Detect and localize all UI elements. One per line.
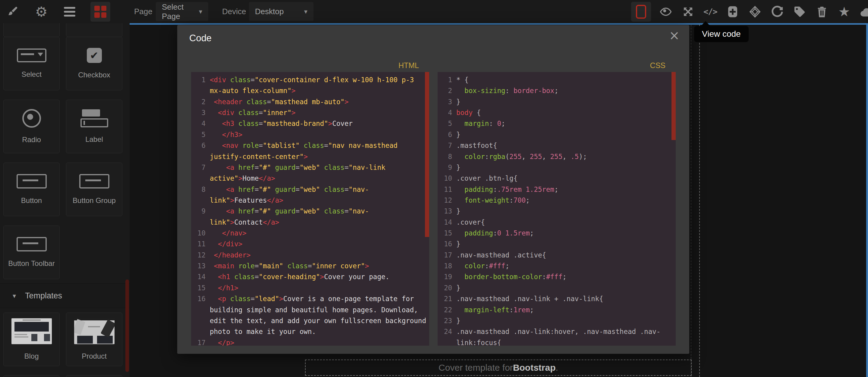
code-line: photo to make it your own. (193, 326, 429, 337)
fullscreen-icon[interactable] (681, 2, 695, 22)
brush-icon[interactable] (5, 2, 21, 22)
box-icon[interactable] (747, 2, 763, 22)
section-collapse-caret-icon: ▾ (13, 292, 16, 300)
device-label: Device (222, 0, 246, 23)
block-label: Button (21, 196, 42, 205)
block-card-partial[interactable] (66, 23, 122, 37)
block-card-button-group[interactable]: Button Group (66, 163, 122, 216)
import-icon[interactable] (725, 2, 740, 22)
code-line: 7.mastfoot{ (440, 140, 676, 151)
line-number: 18 (440, 261, 452, 271)
menu-icon[interactable] (62, 2, 77, 22)
block-card-product[interactable]: Product (66, 313, 122, 366)
css-panel: CSS1* {2 box-sizing: border-box;3}4body … (438, 61, 676, 346)
line-number: 11 (440, 184, 452, 195)
line-number: 21 (440, 293, 452, 304)
checkbox-icon (87, 48, 102, 63)
code-line: 2 box-sizing: border-box; (440, 85, 676, 96)
device-select-dropdown[interactable]: Desktop ▾ (249, 2, 313, 21)
page-select-dropdown[interactable]: Select Page ▾ (156, 2, 208, 21)
borders-toggle-icon[interactable] (631, 2, 651, 22)
trash-icon[interactable] (814, 2, 830, 22)
line-number: 3 (193, 107, 206, 118)
code-line: 2 <header class="masthead mb-auto"> (193, 96, 429, 107)
block-card-partial[interactable] (3, 23, 60, 37)
line-number: 1 (440, 74, 452, 85)
block-card-checkbox[interactable]: Checkbox (66, 37, 122, 90)
code-line: 9} (440, 162, 676, 173)
block-card-label[interactable]: Label (66, 100, 122, 153)
css-scrollbar-thumb[interactable] (672, 72, 676, 140)
gear-icon-glyph: ⚙ (35, 5, 47, 19)
css-panel-label: CSS (438, 61, 676, 72)
block-card-button[interactable]: Button (3, 163, 60, 216)
html-code-editor[interactable]: 1<div class="cover-container d-flex w-10… (191, 72, 429, 346)
canvas-highlight-top-border (130, 23, 866, 25)
line-number (193, 85, 206, 96)
code-line: 16} (440, 238, 676, 249)
blocks-grid: SelectCheckboxRadioLabelButtonButton Gro… (0, 37, 130, 279)
star-icon[interactable]: ★ (837, 2, 852, 22)
block-card-partial[interactable] (66, 375, 122, 377)
sidebar-scrollbar-thumb[interactable] (125, 279, 129, 372)
clear-rotate-icon[interactable] (770, 2, 785, 22)
line-number: 10 (193, 228, 206, 238)
block-label: Product (82, 352, 107, 361)
code-line: 3} (440, 96, 676, 107)
line-number: 17 (440, 250, 452, 261)
code-line: 18 color:#fff; (440, 261, 676, 271)
red-outline-square (636, 5, 646, 19)
component-dashed-border (691, 25, 691, 377)
code-line: 3 <div class="inner"> (193, 107, 429, 118)
line-number: 23 (440, 315, 452, 326)
view-code-icon[interactable]: </> (703, 2, 718, 22)
close-icon[interactable]: × (669, 29, 680, 42)
toolbar-left-icons: ⚙ (5, 0, 110, 23)
block-card-select[interactable]: Select (3, 37, 60, 90)
block-card-radio[interactable]: Radio (3, 100, 60, 153)
preview-eye-icon[interactable] (658, 2, 673, 22)
cloud-icon[interactable] (859, 2, 868, 22)
radio-icon (22, 109, 41, 128)
line-number: 7 (193, 162, 206, 173)
line-number: 9 (440, 162, 452, 173)
code-line: link:focus{ (440, 337, 676, 346)
line-number: 20 (440, 282, 452, 293)
line-number: 9 (193, 206, 206, 216)
line-number (193, 217, 206, 228)
code-line: 14.cover{ (440, 217, 676, 228)
block-card-button-toolbar[interactable]: Button Toolbar (3, 226, 60, 279)
line-number (193, 151, 206, 162)
block-card-blog[interactable]: Blog (3, 313, 60, 366)
html-scrollbar-thumb[interactable] (425, 72, 429, 237)
code-line: justify-content-center"> (193, 151, 429, 162)
line-number: 22 (440, 304, 452, 315)
code-line: 12 font-weight:700; (440, 195, 676, 206)
css-code-editor[interactable]: 1* {2 box-sizing: border-box;3}4body {5 … (438, 72, 676, 346)
toolbar-right-icons: </>★ (631, 0, 868, 23)
code-line: 11 padding:.75rem 1.25rem; (440, 184, 676, 195)
code-line: 4body { (440, 107, 676, 118)
code-line: link">Features</a> (193, 195, 429, 206)
block-label: Blog (24, 352, 38, 361)
line-number: 13 (440, 206, 452, 216)
templates-section-header[interactable]: ▾ Templates (0, 283, 130, 308)
line-number: 11 (193, 238, 206, 249)
tag-icon[interactable] (792, 2, 807, 22)
gear-icon[interactable]: ⚙ (34, 2, 49, 22)
line-number (440, 337, 452, 346)
line-number: 15 (193, 282, 206, 293)
code-line: 10.cover .btn-lg{ (440, 173, 676, 184)
star-icon-glyph: ★ (838, 5, 850, 19)
open-blocks-icon[interactable] (90, 2, 110, 22)
chevron-down-icon: ▾ (199, 8, 202, 15)
line-number: 8 (193, 184, 206, 195)
code-line: 8 color:rgba(255, 255, 255, .5); (440, 151, 676, 162)
block-card-partial[interactable] (3, 375, 60, 377)
page-label: Page (134, 0, 153, 23)
line-number: 10 (440, 173, 452, 184)
line-number (193, 326, 206, 337)
cover-template-element[interactable]: Cover template for Bootstrap. (305, 359, 692, 376)
modal-title: Code (189, 33, 212, 44)
line-number: 4 (193, 118, 206, 129)
